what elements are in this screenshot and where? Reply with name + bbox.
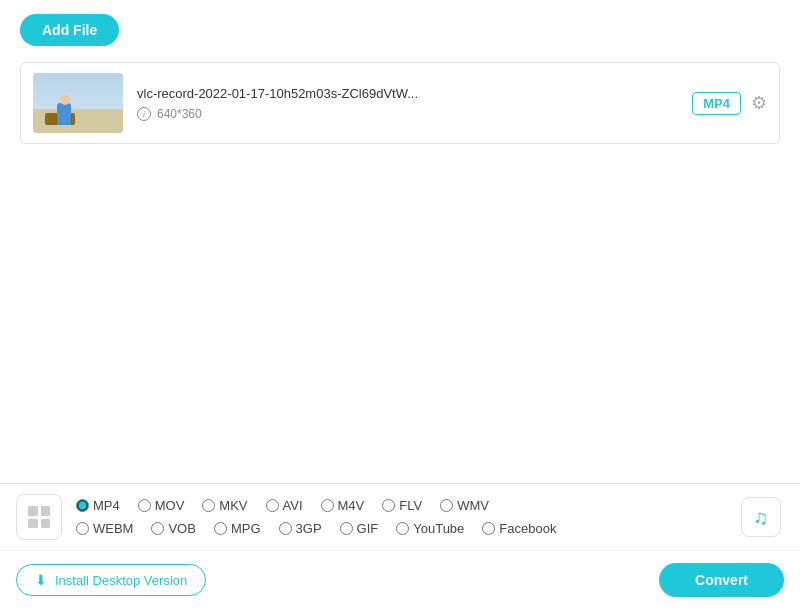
radio-gif[interactable]: GIF xyxy=(340,521,379,536)
content-area xyxy=(0,144,800,384)
format-row-1: MP4 MOV MKV AVI M4V FLV WM xyxy=(76,498,728,513)
grid-cell-2 xyxy=(41,506,51,516)
music-icon[interactable]: ♫ xyxy=(741,497,781,537)
radio-webm[interactable]: WEBM xyxy=(76,521,133,536)
grid-cell-4 xyxy=(41,519,51,529)
music-symbol: ♫ xyxy=(754,506,769,529)
radio-avi[interactable]: AVI xyxy=(266,498,303,513)
file-actions: MP4 ⚙ xyxy=(692,92,767,115)
add-file-button[interactable]: Add File xyxy=(20,14,119,46)
radio-mp4[interactable]: MP4 xyxy=(76,498,120,513)
action-bar: ⬇ Install Desktop Version Convert xyxy=(0,551,800,609)
bottom-panel: MP4 MOV MKV AVI M4V FLV WM xyxy=(0,483,800,609)
info-icon: i xyxy=(137,107,151,121)
radio-youtube[interactable]: YouTube xyxy=(396,521,464,536)
convert-button[interactable]: Convert xyxy=(659,563,784,597)
radio-vob[interactable]: VOB xyxy=(151,521,195,536)
grid-cell-1 xyxy=(28,506,38,516)
file-name: vlc-record-2022-01-17-10h52m03s-ZCl69dVt… xyxy=(137,86,617,101)
radio-3gp[interactable]: 3GP xyxy=(279,521,322,536)
format-options: MP4 MOV MKV AVI M4V FLV WM xyxy=(76,498,728,536)
file-meta: i 640*360 xyxy=(137,107,678,121)
grid-cell-3 xyxy=(28,519,38,529)
download-icon: ⬇ xyxy=(35,572,47,588)
radio-mkv[interactable]: MKV xyxy=(202,498,247,513)
file-thumbnail xyxy=(33,73,123,133)
format-row-2: WEBM VOB MPG 3GP GIF YouTube xyxy=(76,521,728,536)
file-info: vlc-record-2022-01-17-10h52m03s-ZCl69dVt… xyxy=(123,86,692,121)
file-item: vlc-record-2022-01-17-10h52m03s-ZCl69dVt… xyxy=(20,62,780,144)
install-label: Install Desktop Version xyxy=(55,573,187,588)
radio-facebook[interactable]: Facebook xyxy=(482,521,556,536)
radio-mpg[interactable]: MPG xyxy=(214,521,261,536)
grid-icon xyxy=(28,506,50,528)
header: Add File xyxy=(0,0,800,56)
radio-flv[interactable]: FLV xyxy=(382,498,422,513)
radio-m4v[interactable]: M4V xyxy=(321,498,365,513)
music-icon-area[interactable]: ♫ xyxy=(738,494,784,540)
settings-button[interactable]: ⚙ xyxy=(751,94,767,112)
file-list: vlc-record-2022-01-17-10h52m03s-ZCl69dVt… xyxy=(0,62,800,144)
install-button[interactable]: ⬇ Install Desktop Version xyxy=(16,564,206,596)
format-badge[interactable]: MP4 xyxy=(692,92,741,115)
file-resolution: 640*360 xyxy=(157,107,202,121)
format-bar: MP4 MOV MKV AVI M4V FLV WM xyxy=(0,484,800,551)
radio-wmv[interactable]: WMV xyxy=(440,498,489,513)
radio-mov[interactable]: MOV xyxy=(138,498,185,513)
format-icon xyxy=(16,494,62,540)
